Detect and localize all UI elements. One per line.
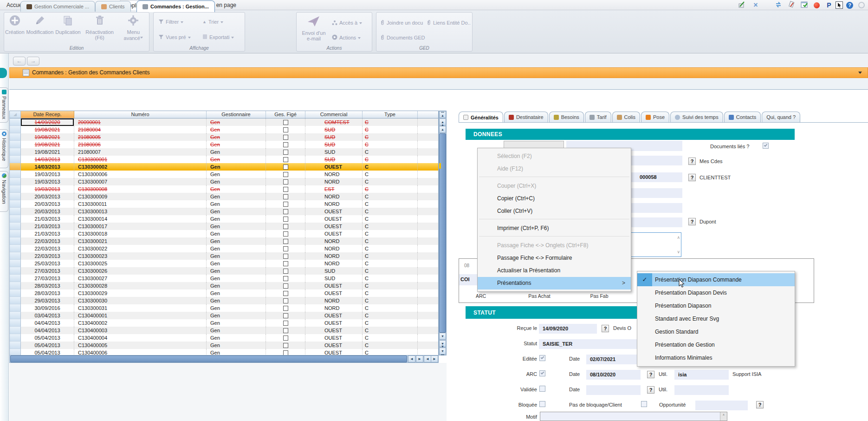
back-button[interactable]: ←	[13, 57, 26, 66]
cell-type[interactable]: C	[363, 230, 418, 237]
arc-date-field[interactable]: 08/10/2020	[586, 370, 641, 380]
row-selector[interactable]	[10, 223, 21, 230]
cell-ges-fige[interactable]	[266, 342, 305, 349]
table-row[interactable]: 20/03/2013 C130300013 Gen OUEST C	[10, 208, 438, 215]
cursor-mode-icon[interactable]	[836, 1, 843, 9]
cell-commercial[interactable]: OUEST	[305, 289, 363, 297]
ges-fige-checkbox[interactable]	[283, 335, 288, 341]
cell-ges-fige[interactable]	[266, 260, 305, 267]
cell-commercial[interactable]: NORD	[305, 245, 363, 252]
row-selector[interactable]	[10, 319, 21, 327]
cell-commercial[interactable]: OUEST	[305, 327, 363, 334]
scroll-right-button[interactable]: ►	[416, 355, 423, 362]
cell-commercial[interactable]: OUEST	[305, 319, 363, 327]
horizontal-scroll-thumb[interactable]	[10, 355, 407, 362]
cell-date[interactable]: 21/03/2013	[21, 215, 74, 223]
context-menu-item[interactable]: Présentations>	[478, 277, 631, 289]
scroll-left-button[interactable]: ◄	[408, 355, 415, 362]
cell-date[interactable]: 04/04/2013	[21, 327, 74, 334]
cell-commercial[interactable]: OUEST	[305, 223, 363, 230]
modification-button[interactable]: Modification	[26, 14, 55, 41]
context-menu-item[interactable]: Actualiser la Présentation	[478, 264, 631, 277]
table-row[interactable]: 28/03/2013 C130300028 Gen OUEST C	[10, 282, 438, 289]
row-selector[interactable]	[10, 260, 21, 267]
row-selector[interactable]	[10, 252, 21, 260]
ges-fige-checkbox[interactable]	[283, 328, 288, 333]
ges-fige-checkbox[interactable]	[283, 217, 288, 222]
cell-numero[interactable]: C130300007	[74, 178, 207, 185]
cell-ges-fige[interactable]	[266, 349, 305, 355]
cell-type[interactable]: C	[363, 245, 418, 252]
arc-checkbox[interactable]	[539, 370, 545, 376]
cell-numero[interactable]: C130300026	[74, 267, 207, 275]
cell-numero[interactable]: C130300014	[74, 215, 207, 223]
table-row[interactable]: 19/03/2013 C130300006 Gen NORD C	[10, 171, 438, 178]
cell-ges-fige[interactable]	[266, 230, 305, 237]
cell-gestionnaire[interactable]: Gen	[207, 133, 266, 141]
submenu-item[interactable]: Présentation Diapason Devis	[637, 286, 795, 299]
cell-gestionnaire[interactable]: Gen	[207, 230, 266, 237]
cell-date[interactable]: 20/03/2013	[21, 193, 74, 200]
cell-gestionnaire[interactable]: Gen	[207, 260, 266, 267]
cell-numero[interactable]: C130300028	[74, 282, 207, 289]
ges-fige-checkbox[interactable]	[283, 254, 288, 259]
cell-type[interactable]: C	[363, 141, 418, 148]
ges-fige-checkbox[interactable]	[283, 239, 288, 244]
cell-numero[interactable]: C130300017	[74, 223, 207, 230]
cell-type[interactable]: C	[363, 252, 418, 260]
cell-date[interactable]: 04/04/2013	[21, 319, 74, 327]
cell-date[interactable]: 28/03/2013	[21, 289, 74, 297]
table-row[interactable]: 27/03/2013 C130300027 Gen SUD C	[10, 275, 438, 282]
context-menu-item[interactable]	[478, 219, 631, 222]
cell-commercial[interactable]: SUD	[305, 148, 363, 156]
cell-numero[interactable]: 21080004	[74, 126, 207, 133]
table-row[interactable]: 27/03/2013 C130300026 Gen SUD C	[10, 267, 438, 275]
record-icon[interactable]	[814, 2, 820, 8]
scroll-up-chevron-icon[interactable]: ∧	[677, 235, 680, 240]
cell-numero[interactable]: C130400003	[74, 327, 207, 334]
context-menu-item[interactable]: Passage Fiche <-> Onglets (Ctrl+F8)	[478, 239, 631, 252]
cell-ges-fige[interactable]	[266, 252, 305, 260]
client-help-button[interactable]: ?	[688, 174, 696, 181]
row-selector[interactable]	[10, 156, 21, 163]
cell-type[interactable]: C	[363, 171, 418, 178]
cell-date[interactable]: 05/04/2013	[21, 349, 74, 355]
cell-gestionnaire[interactable]: Gen	[207, 118, 266, 126]
cell-date[interactable]: 19/08/2021	[21, 133, 74, 141]
validee-util-help-button[interactable]: ?	[647, 386, 654, 394]
column-header-numero[interactable]: Numéro	[74, 111, 207, 118]
editee-checkbox[interactable]	[539, 355, 545, 361]
cell-numero[interactable]: 21080005	[74, 133, 207, 141]
cell-ges-fige[interactable]	[266, 289, 305, 297]
table-row[interactable]: 22/03/2013 C130300023 Gen NORD C	[10, 252, 438, 260]
cell-numero[interactable]: C130300008	[74, 185, 207, 193]
exportation-button[interactable]: Exportati	[202, 33, 234, 41]
cell-type[interactable]: C	[363, 289, 418, 297]
scroll-bottom-button[interactable]: ▼	[439, 348, 446, 355]
cell-commercial[interactable]: OUEST	[305, 163, 363, 171]
signature-edit-icon[interactable]	[738, 1, 746, 9]
cell-numero[interactable]: C130300011	[74, 200, 207, 208]
cell-commercial[interactable]: NORD	[305, 260, 363, 267]
cell-date[interactable]: 19/03/2013	[21, 178, 74, 185]
cell-ges-fige[interactable]	[266, 319, 305, 327]
cell-date[interactable]: 27/03/2013	[21, 275, 74, 282]
arc-util-field[interactable]: isia	[674, 370, 729, 380]
table-row[interactable]: 25/03/2013 C130300025 Gen NORD C	[10, 260, 438, 267]
cell-type[interactable]: C	[363, 193, 418, 200]
cell-type[interactable]: C	[363, 282, 418, 289]
cell-commercial[interactable]: OUEST	[305, 349, 363, 355]
cell-ges-fige[interactable]	[266, 223, 305, 230]
scroll-top-button[interactable]: ▲	[439, 111, 446, 118]
table-row[interactable]: 21/03/2013 C130300017 Gen OUEST C	[10, 223, 438, 230]
ges-fige-checkbox[interactable]	[283, 246, 288, 251]
table-row[interactable]: 30/09/2016 C130300031 Gen NORD C	[10, 304, 438, 312]
cell-ges-fige[interactable]	[266, 312, 305, 319]
trier-button[interactable]: ▲ Trier	[202, 18, 223, 26]
cell-numero[interactable]: C130300031	[74, 304, 207, 312]
table-row[interactable]: 20/03/2013 C130300011 Gen NORD C	[10, 200, 438, 208]
cell-date[interactable]: 05/04/2013	[21, 342, 74, 349]
row-selector[interactable]	[10, 342, 21, 349]
cell-date[interactable]: 20/03/2013	[21, 200, 74, 208]
table-row[interactable]: 19/08/2021 21080005 Gen SUD C	[10, 133, 438, 141]
